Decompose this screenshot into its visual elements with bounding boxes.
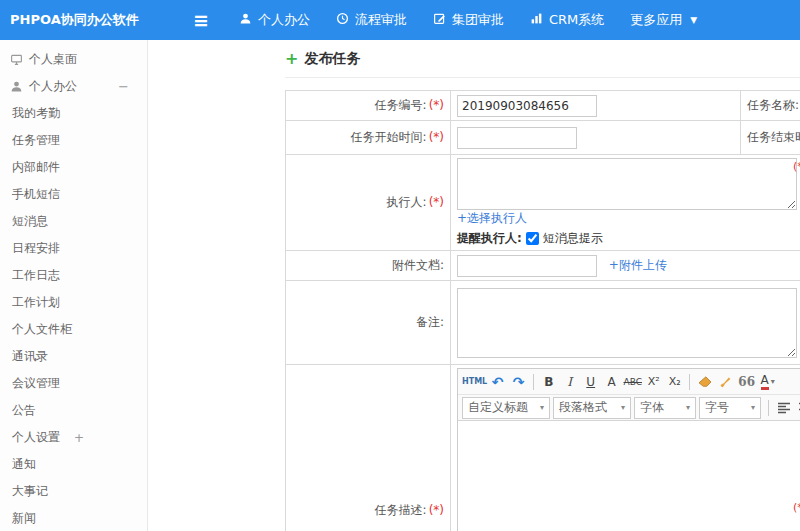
sidebar-item-work-plan[interactable]: 工作计划 — [0, 289, 147, 316]
desktop-icon — [10, 53, 23, 66]
font-size-dropdown[interactable]: 字号 ▾ — [699, 397, 761, 419]
sidebar: 个人桌面 个人办公 − 我的考勤 任务管理 内部邮件 手机短信 短消息 日程安排… — [0, 40, 148, 531]
start-time-input[interactable] — [457, 127, 577, 149]
format-brush-icon[interactable] — [715, 372, 736, 392]
strikethrough-button[interactable]: ABC — [622, 372, 643, 392]
editor-toolbar-row1: HTML ↶ ↷ B I U A ABC X² — [458, 369, 800, 395]
sidebar-item-label: 工作日志 — [12, 267, 60, 284]
sidebar-item-personal-office[interactable]: 个人办公 − — [0, 73, 147, 100]
sidebar-item-work-log[interactable]: 工作日志 — [0, 262, 147, 289]
sidebar-item-label: 日程安排 — [12, 240, 60, 257]
sidebar-item-file-cabinet[interactable]: 个人文件柜 — [0, 316, 147, 343]
sidebar-item-contacts[interactable]: 通讯录 — [0, 343, 147, 370]
nav-label: 集团审批 — [452, 11, 504, 29]
sidebar-item-internal-mail[interactable]: 内部邮件 — [0, 154, 147, 181]
sidebar-item-sms[interactable]: 手机短信 — [0, 181, 147, 208]
required-marker: (*) — [429, 130, 444, 144]
user-icon — [10, 80, 23, 93]
nav-more-apps[interactable]: 更多应用 ▼ — [630, 11, 697, 29]
sidebar-item-label: 内部邮件 — [12, 159, 60, 176]
superscript-button[interactable]: X² — [643, 372, 664, 392]
choose-executor-link[interactable]: +选择执行人 — [457, 211, 527, 225]
sidebar-item-meeting[interactable]: 会议管理 — [0, 370, 147, 397]
app-logo: PHPOA协同办公软件 — [0, 11, 148, 29]
edit-square-icon — [433, 12, 446, 28]
field-label: 任务名称: — [747, 98, 799, 112]
user-icon — [239, 12, 252, 28]
top-nav: 个人办公 流程审批 集团审批 CRM系统 更多应用 — [239, 11, 723, 29]
editor-content-area[interactable] — [458, 421, 800, 531]
sidebar-item-personal-settings[interactable]: 个人设置 + — [0, 424, 147, 451]
collapse-icon[interactable]: − — [118, 79, 129, 94]
sidebar-item-label: 新闻 — [12, 510, 36, 527]
subscript-button[interactable]: X₂ — [664, 372, 685, 392]
toolbar-separator — [533, 374, 534, 390]
custom-heading-dropdown[interactable]: 自定义标题 ▾ — [462, 397, 550, 419]
expand-icon[interactable]: + — [74, 431, 84, 445]
sidebar-item-events[interactable]: 大事记 — [0, 478, 147, 505]
eraser-icon[interactable] — [694, 372, 715, 392]
underline-button[interactable]: U — [580, 372, 601, 392]
sidebar-item-label: 个人设置 — [12, 429, 60, 446]
sidebar-item-schedule[interactable]: 日程安排 — [0, 235, 147, 262]
font-family-dropdown[interactable]: 字体 ▾ — [634, 397, 696, 419]
sidebar-item-label: 短消息 — [12, 213, 48, 230]
chevron-down-icon: ▾ — [751, 403, 755, 412]
nav-crm-system[interactable]: CRM系统 — [530, 11, 604, 29]
paragraph-format-dropdown[interactable]: 段落格式 ▾ — [553, 397, 631, 419]
redo-button[interactable]: ↷ — [508, 372, 529, 392]
sidebar-item-label: 会议管理 — [12, 375, 60, 392]
sidebar-item-label: 个人办公 — [29, 78, 77, 95]
sidebar-item-label: 公告 — [12, 402, 36, 419]
bar-chart-icon — [530, 12, 543, 28]
chevron-down-icon: ▼ — [690, 15, 697, 25]
sidebar-item-personal-desktop[interactable]: 个人桌面 — [0, 46, 147, 73]
field-label: 执行人: — [387, 195, 427, 209]
remark-textarea[interactable] — [457, 288, 797, 358]
process-approval-icon — [336, 12, 349, 28]
executor-textarea[interactable] — [457, 158, 797, 210]
nav-label: CRM系统 — [549, 11, 604, 29]
dropdown-label: 自定义标题 — [468, 399, 528, 416]
field-label: 任务编号: — [375, 98, 427, 112]
required-marker: (*) — [429, 503, 444, 517]
sidebar-item-label: 我的考勤 — [12, 105, 60, 122]
autotypeset-button[interactable]: A — [601, 372, 622, 392]
sidebar-item-label: 个人文件柜 — [12, 321, 72, 338]
undo-button[interactable]: ↶ — [487, 372, 508, 392]
nav-group-approval[interactable]: 集团审批 — [433, 11, 504, 29]
topbar: PHPOA协同办公软件 ≡ 个人办公 流程审批 集团审批 — [0, 0, 800, 40]
font-color-button[interactable]: A ▾ — [757, 372, 778, 392]
attachment-upload-link[interactable]: +附件上传 — [609, 258, 667, 272]
nav-label: 个人办公 — [258, 11, 310, 29]
nav-personal-office[interactable]: 个人办公 — [239, 11, 310, 29]
main-panel: + 发布任务 任务编号:(*) 任务名称:(*) — [148, 40, 800, 531]
sidebar-item-attendance[interactable]: 我的考勤 — [0, 100, 147, 127]
dropdown-label: 字号 — [705, 399, 729, 416]
form-row-task-number: 任务编号:(*) 任务名称:(*) — [286, 91, 800, 121]
remind-executor-label: 提醒执行人: — [457, 230, 522, 247]
nav-process-approval[interactable]: 流程审批 — [336, 11, 407, 29]
bold-button[interactable]: B — [538, 372, 559, 392]
sidebar-item-short-message[interactable]: 短消息 — [0, 208, 147, 235]
sidebar-item-announcement[interactable]: 公告 — [0, 397, 147, 424]
end-time-label-cell: 任务结束时间:(*) — [741, 121, 800, 155]
align-left-icon[interactable] — [773, 398, 794, 418]
blockquote-button[interactable]: 66 — [736, 372, 757, 392]
sms-remind-option-label: 短消息提示 — [543, 230, 603, 247]
html-source-button[interactable]: HTML — [462, 372, 487, 392]
editor-toolbar-row2: 自定义标题 ▾ 段落格式 ▾ 字体 ▾ — [458, 395, 800, 421]
sidebar-item-news[interactable]: 新闻 — [0, 505, 147, 531]
sidebar-item-notice[interactable]: 通知 — [0, 451, 147, 478]
sidebar-item-task-management[interactable]: 任务管理 — [0, 127, 147, 154]
sms-remind-checkbox[interactable] — [526, 232, 539, 245]
chevron-down-icon: ▾ — [686, 403, 690, 412]
attachment-input[interactable] — [457, 255, 597, 277]
toolbar-separator — [768, 400, 769, 416]
task-number-input[interactable] — [457, 95, 597, 117]
menu-icon[interactable]: ≡ — [193, 11, 209, 30]
chevron-down-icon: ▾ — [621, 403, 625, 412]
sidebar-item-label: 工作计划 — [12, 294, 60, 311]
align-center-icon[interactable] — [794, 398, 800, 418]
italic-button[interactable]: I — [559, 372, 580, 392]
